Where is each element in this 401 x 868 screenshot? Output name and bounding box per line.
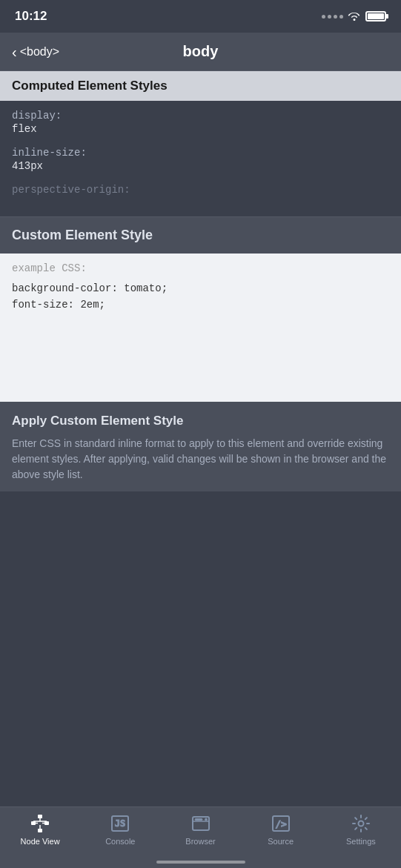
svg-text:/>: /> (275, 818, 287, 829)
css-editor-placeholder: example CSS: (12, 262, 389, 274)
prop-value-inline-size: 413px (12, 160, 389, 172)
prop-value-display: flex (12, 123, 389, 135)
computed-styles-header: Computed Element Styles (0, 71, 401, 101)
wifi-icon (348, 10, 361, 23)
tab-bar: Node View JS Console Browser /> (0, 806, 401, 868)
chevron-left-icon: ‹ (12, 44, 17, 59)
tab-browser-label: Browser (185, 837, 215, 846)
space-filler (0, 491, 401, 655)
style-property-perspective-origin: perspective-origin: (12, 184, 389, 196)
prop-name-display: display: (12, 110, 389, 122)
nav-back-label: <body> (20, 45, 59, 59)
tab-console-label: Console (105, 837, 135, 846)
tab-browser[interactable]: Browser (160, 813, 240, 846)
css-editor-content: background-color: tomato; font-size: 2em… (12, 280, 389, 314)
tab-console[interactable]: JS Console (80, 813, 160, 846)
nav-bar: ‹ <body> body (0, 33, 401, 71)
nav-title: body (86, 43, 315, 60)
tab-source-label: Source (268, 837, 294, 846)
tab-settings-label: Settings (346, 837, 376, 846)
svg-point-15 (205, 818, 207, 821)
node-view-icon (30, 813, 50, 834)
tab-node-view-label: Node View (21, 837, 60, 846)
nav-back-button[interactable]: ‹ <body> (12, 44, 86, 59)
tab-node-view[interactable]: Node View (0, 813, 80, 846)
main-content: Computed Element Styles display: flex in… (0, 71, 401, 716)
computed-styles-list: display: flex inline-size: 413px perspec… (0, 101, 401, 216)
svg-rect-14 (195, 819, 202, 821)
apply-title: Apply Custom Element Style (12, 414, 389, 428)
style-property-inline-size: inline-size: 413px (12, 147, 389, 172)
console-icon: JS (110, 813, 130, 834)
settings-icon (351, 813, 371, 834)
prop-name-perspective-origin: perspective-origin: (12, 184, 389, 196)
tab-source[interactable]: /> Source (241, 813, 321, 846)
svg-rect-3 (38, 829, 42, 832)
status-time: 10:12 (15, 9, 47, 24)
home-indicator (156, 861, 245, 864)
status-bar: 10:12 (0, 0, 401, 33)
custom-style-header: Custom Element Style (0, 216, 401, 254)
status-icons (322, 10, 386, 23)
prop-name-inline-size: inline-size: (12, 147, 389, 159)
battery-icon (365, 11, 386, 21)
style-property-display: display: flex (12, 110, 389, 135)
svg-point-18 (358, 821, 363, 826)
apply-desc: Enter CSS in standard inline format to a… (12, 436, 389, 483)
tab-settings[interactable]: Settings (321, 813, 401, 846)
browser-icon (190, 813, 211, 834)
css-line-2: font-size: 2em; (12, 296, 389, 313)
signal-icon (322, 15, 343, 19)
svg-text:JS: JS (115, 818, 125, 829)
css-line-1: background-color: tomato; (12, 280, 389, 296)
svg-rect-0 (38, 815, 42, 818)
css-editor-area[interactable]: example CSS: background-color: tomato; f… (0, 254, 401, 402)
apply-section: Apply Custom Element Style Enter CSS in … (0, 402, 401, 491)
source-icon: /> (271, 813, 291, 834)
